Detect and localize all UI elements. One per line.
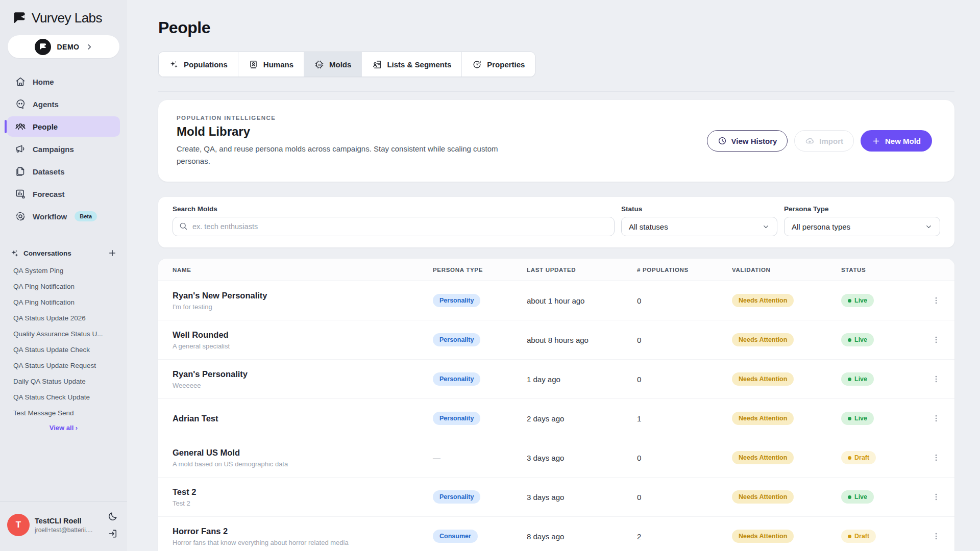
tab-populations[interactable]: Populations [159,52,238,77]
sidebar-item-label: Agents [33,100,59,109]
populations-count: 0 [637,493,732,502]
conversation-item[interactable]: QA Status Update 2026 [13,310,124,326]
sidebar-item-campaigns[interactable]: Campaigns [7,139,120,159]
new-mold-button[interactable]: New Mold [861,130,932,152]
conversation-item[interactable]: Daily QA Status Update [13,373,124,389]
table-row[interactable]: Test 2Test 2 Personality 3 days ago 0 Ne… [158,478,954,517]
persona-type-field-group: Persona Type All persona types [784,205,940,236]
row-menu-button[interactable] [928,293,944,308]
row-menu-button[interactable] [928,332,944,347]
library-eyebrow: POPULATION INTELLIGENCE [177,115,511,121]
megaphone-icon [15,143,26,155]
status-badge: Live [841,372,874,386]
column-header-last-updated: LAST UPDATED [527,267,637,273]
sidebar-item-label: People [33,122,58,131]
table-row[interactable]: Ryan's New PersonalityI'm for testing Pe… [158,281,954,320]
table-row[interactable]: Ryan's PersonalityWeeeeee Personality 1 … [158,360,954,399]
sidebar-item-workflow[interactable]: Workflow Beta [7,206,120,227]
sidebar-item-forecast[interactable]: Forecast [7,184,120,204]
library-actions: View History Import New Mold [707,130,932,152]
status-dot [848,456,851,460]
dark-mode-toggle[interactable] [108,511,118,521]
people-icon [15,121,26,132]
sidebar-item-people[interactable]: People [7,116,120,137]
sidebar-item-label: Home [33,78,54,86]
conversation-item[interactable]: Test Message Send [13,405,124,421]
populations-count: 0 [637,336,732,344]
tab-bar: Populations Humans AI Molds Lists & Segm… [158,52,535,77]
validation-badge: Needs Attention [732,294,794,307]
column-header-persona-type: PERSONA TYPE [433,267,527,273]
populations-count: 0 [637,296,732,305]
mold-name: General US Mold [173,448,433,458]
view-all-link[interactable]: View all › [0,424,127,432]
mold-name: Adrian Test [173,414,433,423]
last-updated: about 8 hours ago [527,336,637,344]
row-menu-button[interactable] [928,529,944,544]
conversation-item[interactable]: QA Ping Notification [13,294,124,310]
populations-count: 0 [637,375,732,384]
row-menu-button[interactable] [928,489,944,505]
mold-description: A general specialist [173,342,433,350]
search-field-group: Search Molds [173,205,615,236]
conversation-item[interactable]: QA Status Update Check [13,342,124,358]
avatar[interactable]: T [7,514,30,536]
tab-properties[interactable]: Properties [462,52,535,77]
conversation-item[interactable]: QA Ping Notification [13,279,124,294]
table-row[interactable]: Adrian Test Personality 2 days ago 1 Nee… [158,399,954,438]
persona-type-label: Persona Type [784,205,940,213]
tab-humans[interactable]: Humans [238,52,304,77]
persona-type-select[interactable]: All persona types [784,217,940,236]
sidebar-item-label: Datasets [33,167,65,176]
conversation-item[interactable]: Quality Assurance Status U... [13,326,124,342]
sidebar-item-agents[interactable]: Agents [7,94,120,114]
row-menu-button[interactable] [928,450,944,465]
persona-type-badge: Personality [433,490,480,504]
row-menu-button[interactable] [928,371,944,387]
status-badge: Live [841,294,874,307]
sign-out-button[interactable] [108,529,118,539]
status-dot [848,535,851,538]
mold-library-card: POPULATION INTELLIGENCE Mold Library Cre… [158,100,954,182]
persona-type-badge: Personality [433,333,480,346]
tab-label: Molds [329,60,351,69]
last-updated: 2 days ago [527,414,637,423]
chevron-down-icon [762,223,770,231]
last-updated: 3 days ago [527,493,637,502]
user-meta: TestCLI Roell jroell+test@batterii.... [35,517,103,534]
conversation-item[interactable]: QA Status Update Request [13,358,124,373]
user-profile[interactable]: T TestCLI Roell jroell+test@batterii.... [0,502,127,551]
sidebar-item-home[interactable]: Home [7,71,120,92]
row-menu-button[interactable] [928,411,944,426]
new-mold-label: New Mold [885,137,921,145]
status-badge: Draft [841,530,876,543]
import-button[interactable]: Import [794,130,854,152]
table-row[interactable]: Well RoundedA general specialist Persona… [158,320,954,360]
tab-molds[interactable]: AI Molds [304,52,362,77]
brand: Vurvey Labs [0,0,127,26]
populations-count: 0 [637,454,732,462]
new-conversation-button[interactable] [108,248,117,258]
tab-lists-segments[interactable]: Lists & Segments [362,52,462,77]
brand-name: Vurvey Labs [32,10,102,26]
view-history-button[interactable]: View History [707,130,788,152]
agent-face-icon [15,98,26,110]
table-row[interactable]: General US MoldA mold based on US demogr… [158,438,954,478]
conversation-item[interactable]: QA Status Check Update [13,389,124,405]
table-row[interactable]: Horror Fans 2Horror fans that know every… [158,517,954,551]
status-select[interactable]: All statuses [621,217,777,236]
plus-icon [872,137,880,145]
sidebar-item-datasets[interactable]: Datasets [7,161,120,182]
forecast-chart-icon [15,188,26,199]
mold-name: Ryan's Personality [173,369,433,379]
mold-description: Weeeeee [173,382,433,389]
workspace-switcher[interactable]: DEMO [8,35,119,58]
validation-badge: Needs Attention [732,530,794,543]
conversations-list: QA System Ping QA Ping Notification QA P… [0,261,127,421]
conversation-item[interactable]: QA System Ping [13,263,124,279]
import-label: Import [819,137,843,145]
search-icon [179,221,188,233]
search-input[interactable] [173,217,615,236]
documents-icon [15,166,26,177]
sidebar-item-label: Campaigns [33,145,74,154]
